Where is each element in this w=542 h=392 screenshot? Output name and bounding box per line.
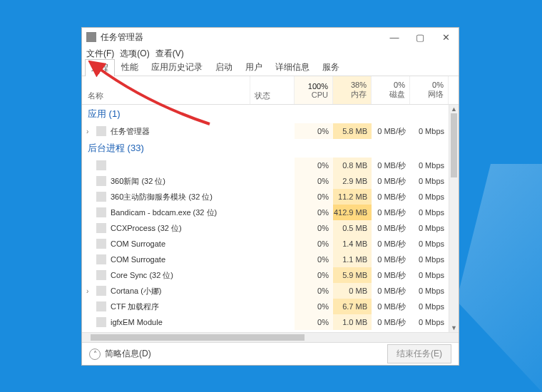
process-row[interactable]: 360主动防御服务模块 (32 位)0%11.2 MB0 MB/秒0 Mbps: [82, 189, 449, 205]
tab-performance[interactable]: 性能: [115, 58, 145, 76]
disk-percent: 0%: [394, 81, 405, 89]
tab-services[interactable]: 服务: [316, 58, 346, 76]
process-network-cell: 0 Mbps: [410, 123, 449, 139]
process-disk-cell: 0 MB/秒: [372, 267, 410, 283]
memory-percent: 38%: [351, 81, 367, 89]
process-row[interactable]: COM Surrogate0%1.4 MB0 MB/秒0 Mbps: [82, 236, 449, 252]
process-name-cell: CTF 加载程序: [82, 299, 250, 314]
tab-users[interactable]: 用户: [239, 58, 269, 76]
process-memory-cell: 5.9 MB: [333, 267, 372, 283]
task-manager-window: 任务管理器 ― ▢ ✕ 文件(F) 选项(O) 查看(V) 进程 性能 应用历史…: [81, 27, 459, 366]
process-memory-cell: 5.8 MB: [333, 123, 372, 139]
process-row[interactable]: COM Surrogate0%1.1 MB0 MB/秒0 Mbps: [82, 252, 449, 267]
end-task-button[interactable]: 结束任务(E): [387, 344, 451, 363]
fewer-details-button[interactable]: ˄ 简略信息(D): [89, 348, 151, 360]
expand-chevron-icon[interactable]: ›: [86, 287, 95, 295]
network-label: 网络: [428, 89, 444, 100]
process-name-cell: 360新闻 (32 位): [82, 173, 250, 189]
process-icon: [96, 207, 106, 217]
process-memory-cell: 1.0 MB: [333, 314, 372, 330]
process-memory-cell: 412.9 MB: [333, 205, 372, 220]
column-cpu[interactable]: 100% CPU: [295, 76, 333, 104]
process-memory-cell: 0 MB: [333, 283, 372, 299]
minimize-button[interactable]: ―: [382, 28, 407, 46]
process-status-cell: [250, 189, 295, 205]
vertical-scrollbar[interactable]: ▲ ▼: [449, 105, 459, 332]
process-row[interactable]: ›任务管理器0%5.8 MB0 MB/秒0 Mbps: [82, 123, 449, 139]
process-status-cell: [250, 299, 295, 314]
column-memory[interactable]: 38% 内存: [333, 76, 372, 104]
process-status-cell: [250, 236, 295, 252]
process-list: 应用 (1)›任务管理器0%5.8 MB0 MB/秒0 Mbps后台进程 (33…: [82, 105, 449, 332]
process-cpu-cell: 0%: [295, 252, 333, 267]
process-row[interactable]: 0%0.8 MB0 MB/秒0 Mbps: [82, 158, 449, 173]
tab-app-history[interactable]: 应用历史记录: [145, 58, 209, 76]
process-disk-cell: 0 MB/秒: [372, 123, 410, 139]
process-row[interactable]: Core Sync (32 位)0%5.9 MB0 MB/秒0 Mbps: [82, 267, 449, 283]
process-cpu-cell: 0%: [295, 220, 333, 236]
process-name: 360新闻 (32 位): [111, 176, 165, 187]
process-name: CTF 加载程序: [111, 301, 159, 312]
process-name-cell: [82, 158, 250, 173]
scroll-down-icon[interactable]: ▼: [449, 324, 459, 332]
titlebar[interactable]: 任务管理器 ― ▢ ✕: [82, 28, 459, 46]
vertical-scroll-thumb[interactable]: [451, 113, 457, 177]
process-icon: [96, 192, 106, 202]
process-icon: [96, 317, 106, 327]
process-disk-cell: 0 MB/秒: [372, 158, 410, 173]
horizontal-scrollbar[interactable]: [82, 332, 459, 342]
process-name-cell: ›任务管理器: [82, 123, 250, 139]
process-network-cell: 0 Mbps: [410, 283, 449, 299]
process-row[interactable]: Bandicam - bdcam.exe (32 位)0%412.9 MB0 M…: [82, 205, 449, 220]
process-cpu-cell: 0%: [295, 236, 333, 252]
expand-chevron-icon[interactable]: ›: [86, 128, 95, 135]
process-row[interactable]: CTF 加载程序0%6.7 MB0 MB/秒0 Mbps: [82, 299, 449, 314]
process-memory-cell: 1.4 MB: [333, 236, 372, 252]
process-network-cell: 0 Mbps: [410, 158, 449, 173]
process-row[interactable]: igfxEM Module0%1.0 MB0 MB/秒0 Mbps: [82, 314, 449, 330]
window-controls: ― ▢ ✕: [382, 28, 459, 46]
process-disk-cell: 0 MB/秒: [372, 283, 410, 299]
column-name[interactable]: 名称: [82, 76, 250, 104]
close-button[interactable]: ✕: [433, 28, 459, 46]
group-background-header: 后台进程 (33): [82, 139, 449, 158]
process-cpu-cell: 0%: [295, 283, 333, 299]
process-icon: [96, 223, 106, 233]
scroll-up-icon[interactable]: ▲: [449, 105, 459, 113]
process-status-cell: [250, 123, 295, 139]
chevron-up-icon: ˄: [89, 349, 101, 360]
process-memory-cell: 6.7 MB: [333, 299, 372, 314]
process-disk-cell: 0 MB/秒: [372, 299, 410, 314]
tab-startup[interactable]: 启动: [209, 58, 239, 76]
menu-options[interactable]: 选项(O): [120, 48, 149, 60]
process-row[interactable]: 360新闻 (32 位)0%2.9 MB0 MB/秒0 Mbps: [82, 173, 449, 189]
process-cpu-cell: 0%: [295, 314, 333, 330]
column-network[interactable]: 0% 网络: [410, 76, 449, 104]
process-memory-cell: 0.8 MB: [333, 158, 372, 173]
process-network-cell: 0 Mbps: [410, 236, 449, 252]
process-row[interactable]: ›Cortana (小娜)0%0 MB0 MB/秒0 Mbps: [82, 283, 449, 299]
process-name: CCXProcess (32 位): [111, 223, 182, 234]
column-disk[interactable]: 0% 磁盘: [372, 76, 410, 104]
horizontal-scroll-thumb[interactable]: [91, 334, 305, 341]
tab-details[interactable]: 详细信息: [269, 58, 316, 76]
process-icon: [96, 301, 106, 311]
process-cpu-cell: 0%: [295, 205, 333, 220]
process-name: 360主动防御服务模块 (32 位): [111, 192, 213, 202]
menu-view[interactable]: 查看(V): [155, 48, 184, 60]
process-name: Bandicam - bdcam.exe (32 位): [111, 207, 217, 218]
process-cpu-cell: 0%: [295, 267, 333, 283]
process-row[interactable]: CCXProcess (32 位)0%0.5 MB0 MB/秒0 Mbps: [82, 220, 449, 236]
menu-file[interactable]: 文件(F): [86, 48, 114, 60]
memory-label: 内存: [351, 89, 367, 100]
maximize-button[interactable]: ▢: [407, 28, 433, 46]
column-status[interactable]: 状态: [250, 76, 295, 104]
tab-processes[interactable]: 进程: [85, 59, 115, 76]
process-status-cell: [250, 205, 295, 220]
process-memory-cell: 1.1 MB: [333, 252, 372, 267]
process-cpu-cell: 0%: [295, 299, 333, 314]
column-headers: 名称 状态 100% CPU 38% 内存 0% 磁盘 0% 网络: [82, 76, 459, 105]
process-memory-cell: 0.5 MB: [333, 220, 372, 236]
fewer-details-label: 简略信息(D): [105, 348, 151, 360]
process-name-cell: igfxEM Module: [82, 314, 250, 330]
